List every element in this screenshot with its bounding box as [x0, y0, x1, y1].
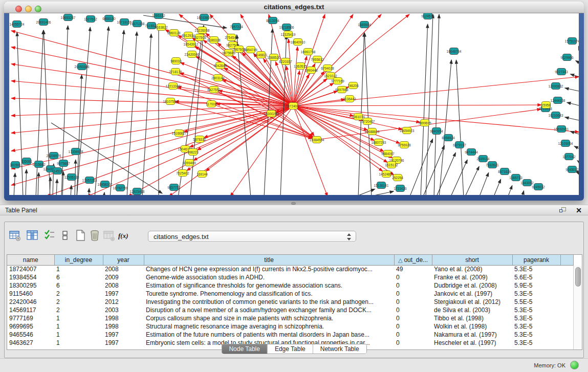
- network-node[interactable]: 8471626: [498, 168, 511, 175]
- network-node[interactable]: 15958: [541, 102, 551, 108]
- network-edge[interactable]: [364, 191, 394, 195]
- network-node[interactable]: 14671358: [130, 20, 145, 27]
- network-node[interactable]: 9329966: [560, 54, 574, 61]
- network-edge[interactable]: [17, 32, 23, 195]
- table-row[interactable]: 1872400712008Changes of HCN gene express…: [7, 265, 574, 273]
- network-node[interactable]: 7632621: [486, 162, 499, 168]
- window-titlebar[interactable]: citations_edges.txt: [4, 2, 584, 13]
- network-edge[interactable]: [522, 191, 524, 195]
- table-selector-dropdown[interactable]: citations_edges.txt: [148, 231, 356, 242]
- network-node[interactable]: 9756928: [398, 142, 411, 148]
- network-node[interactable]: 1065733: [509, 174, 522, 181]
- network-node[interactable]: 18640910: [291, 39, 306, 46]
- network-edge[interactable]: [293, 14, 381, 106]
- network-edge[interactable]: [421, 24, 428, 195]
- network-node[interactable]: 16961758: [301, 49, 316, 55]
- network-node[interactable]: 746206: [347, 82, 359, 89]
- table-row[interactable]: 977716911998Corpus callosum shape and si…: [7, 314, 574, 322]
- network-node[interactable]: 9777169: [331, 78, 344, 84]
- column-header-name[interactable]: name: [7, 255, 54, 265]
- network-node[interactable]: 7857224: [230, 24, 243, 30]
- network-edge[interactable]: [567, 102, 579, 105]
- network-node[interactable]: 16648784: [447, 48, 462, 55]
- network-edge[interactable]: [127, 32, 137, 195]
- tab-edge-table[interactable]: Edge Table: [268, 344, 313, 354]
- network-node[interactable]: 391591: [10, 162, 21, 168]
- network-node[interactable]: 9975887: [57, 160, 70, 167]
- network-node[interactable]: 16782759: [113, 185, 128, 191]
- network-node[interactable]: 7625402: [176, 170, 189, 177]
- select-columns-icon[interactable]: [43, 229, 56, 242]
- column-header-out-de-[interactable]: △out_de...: [394, 255, 432, 265]
- network-node[interactable]: 12505135: [64, 174, 79, 181]
- network-node[interactable]: 12093832: [549, 83, 563, 90]
- network-edge[interactable]: [26, 169, 27, 195]
- network-node[interactable]: 23226058: [195, 27, 210, 34]
- network-edge[interactable]: [434, 14, 439, 195]
- network-node[interactable]: 18107554: [163, 98, 178, 105]
- network-node[interactable]: 1677042: [562, 154, 576, 160]
- network-edge[interactable]: [456, 60, 464, 195]
- network-edge[interactable]: [450, 160, 467, 195]
- network-node[interactable]: 20891406: [36, 19, 51, 26]
- network-node[interactable]: 15166827: [172, 130, 187, 137]
- network-edge[interactable]: [104, 192, 104, 195]
- column-header-year[interactable]: year: [103, 255, 144, 265]
- table-row[interactable]: 946554611997Estimation of the future num…: [7, 331, 574, 339]
- network-edge[interactable]: [36, 30, 43, 195]
- network-edge[interactable]: [293, 47, 297, 106]
- network-edge[interactable]: [364, 33, 372, 195]
- network-node[interactable]: 10653287: [61, 14, 76, 21]
- network-node[interactable]: 12213349: [166, 83, 181, 90]
- network-edge[interactable]: [571, 74, 579, 77]
- network-node[interactable]: 12103054: [558, 140, 573, 147]
- network-edge[interactable]: [465, 166, 479, 195]
- network-node[interactable]: 8958924: [442, 135, 455, 141]
- network-node[interactable]: 9840954: [430, 128, 443, 135]
- memory-status-led-icon[interactable]: [570, 361, 579, 369]
- function-builder-icon[interactable]: f(x): [117, 229, 129, 242]
- network-edge[interactable]: [479, 172, 489, 195]
- network-node[interactable]: 17359928: [69, 148, 83, 155]
- network-node[interactable]: 1527602: [84, 16, 97, 23]
- network-node[interactable]: 10688609: [365, 128, 380, 135]
- network-node[interactable]: 12444158: [551, 97, 565, 104]
- network-node[interactable]: 1588520: [267, 54, 280, 61]
- network-node[interactable]: 6879197: [453, 142, 466, 148]
- network-node[interactable]: 2136442: [343, 96, 356, 102]
- network-node[interactable]: 9146821: [254, 52, 268, 58]
- network-node[interactable]: 9327505: [193, 34, 206, 41]
- column-header-short[interactable]: short: [432, 255, 512, 265]
- network-node[interactable]: 1733426: [394, 185, 407, 192]
- network-edge[interactable]: [493, 179, 501, 195]
- network-node[interactable]: 169144: [197, 171, 208, 178]
- table-row[interactable]: 1830029562008Estimation of significance …: [7, 281, 574, 290]
- network-node[interactable]: 16033809: [197, 14, 212, 21]
- network-edge[interactable]: [11, 106, 293, 151]
- network-edge[interactable]: [77, 27, 90, 195]
- new-table-icon[interactable]: [74, 229, 86, 242]
- network-node[interactable]: 998223: [187, 149, 199, 156]
- table-row[interactable]: 969969511998Structural magnetic resonanc…: [7, 322, 574, 331]
- column-header-in-degree[interactable]: in_degree: [54, 255, 103, 265]
- network-node[interactable]: 19218506: [279, 24, 294, 31]
- network-node[interactable]: 16210643: [549, 112, 563, 119]
- network-canvas[interactable]: 1405572420891406106532871527602646616010…: [9, 13, 579, 195]
- network-edge[interactable]: [173, 86, 313, 138]
- network-node[interactable]: 9163822: [155, 24, 168, 31]
- network-edge[interactable]: [576, 60, 579, 62]
- network-edge[interactable]: [89, 188, 89, 195]
- network-node[interactable]: 12325419: [281, 31, 296, 38]
- float-window-icon[interactable]: [559, 207, 567, 213]
- scrollbar-thumb[interactable]: [575, 267, 581, 287]
- network-node[interactable]: 23420046: [185, 51, 200, 58]
- network-edge[interactable]: [508, 185, 512, 195]
- network-node[interactable]: 252254: [392, 174, 403, 181]
- vertical-scrollbar[interactable]: [573, 266, 582, 349]
- network-node[interactable]: 15751074: [565, 38, 579, 45]
- network-edge[interactable]: [439, 60, 451, 195]
- network-edge[interactable]: [142, 34, 151, 195]
- network-node[interactable]: 6466160: [102, 15, 116, 22]
- network-edge[interactable]: [293, 106, 328, 195]
- network-node[interactable]: 989033: [170, 58, 182, 64]
